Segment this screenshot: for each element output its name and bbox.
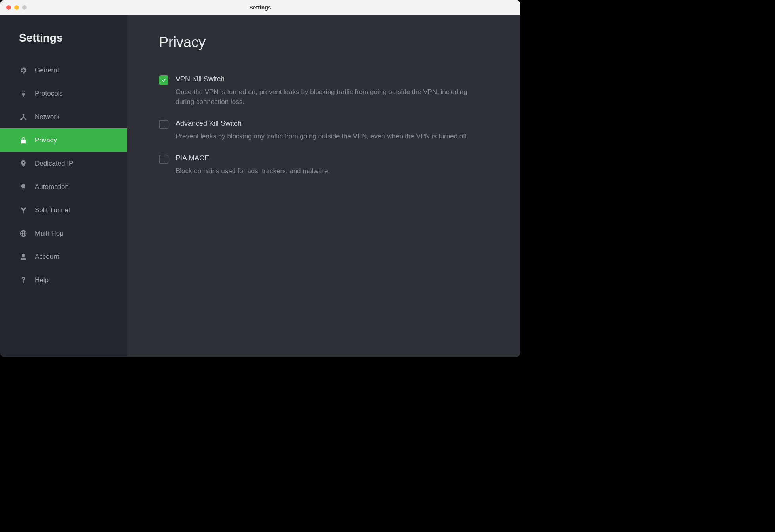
main-content: Privacy VPN Kill Switch Once the VPN is … — [127, 15, 520, 357]
sidebar-item-automation[interactable]: Automation — [0, 175, 127, 198]
plug-icon — [19, 89, 28, 98]
question-icon — [19, 276, 28, 285]
setting-row-pia-mace: PIA MACE Block domains used for ads, tra… — [159, 154, 489, 176]
gear-icon — [19, 66, 28, 75]
svg-point-0 — [23, 113, 25, 115]
sidebar-item-network[interactable]: Network — [0, 105, 127, 128]
sidebar-item-help[interactable]: Help — [0, 268, 127, 292]
sidebar-item-privacy[interactable]: Privacy — [0, 128, 127, 152]
setting-desc: Block domains used for ads, trackers, an… — [176, 166, 484, 176]
setting-label: Advanced Kill Switch — [176, 119, 489, 128]
sidebar-item-label: Protocols — [35, 90, 63, 98]
sidebar: Settings General Protocols Network — [0, 15, 127, 357]
sidebar-item-label: Privacy — [35, 136, 57, 144]
check-icon — [161, 77, 166, 83]
sidebar-item-label: Automation — [35, 183, 69, 191]
pin-icon — [19, 159, 28, 168]
window-close-button[interactable] — [6, 5, 11, 10]
setting-desc: Prevent leaks by blocking any traffic fr… — [176, 132, 484, 141]
settings-window: Settings Settings General Protocols — [0, 0, 520, 357]
globe-icon — [19, 229, 28, 238]
traffic-lights — [0, 5, 27, 10]
sidebar-item-dedicated-ip[interactable]: Dedicated IP — [0, 152, 127, 175]
sidebar-item-multi-hop[interactable]: Multi-Hop — [0, 222, 127, 245]
sidebar-item-label: Help — [35, 276, 49, 284]
network-icon — [19, 113, 28, 121]
sidebar-item-label: Account — [35, 253, 59, 261]
checkbox-advanced-kill-switch[interactable] — [159, 120, 168, 129]
split-icon — [19, 206, 28, 215]
sidebar-item-split-tunnel[interactable]: Split Tunnel — [0, 198, 127, 222]
sidebar-item-label: Dedicated IP — [35, 160, 73, 168]
sidebar-item-label: Multi-Hop — [35, 230, 64, 238]
sidebar-item-label: Network — [35, 113, 59, 121]
titlebar: Settings — [0, 0, 520, 15]
user-icon — [19, 253, 28, 261]
checkbox-vpn-kill-switch[interactable] — [159, 75, 168, 85]
checkbox-pia-mace[interactable] — [159, 155, 168, 164]
sidebar-item-general[interactable]: General — [0, 58, 127, 82]
lock-icon — [19, 136, 28, 145]
sidebar-item-label: General — [35, 66, 59, 74]
setting-desc: Once the VPN is turned on, prevent leaks… — [176, 87, 484, 107]
setting-row-vpn-kill-switch: VPN Kill Switch Once the VPN is turned o… — [159, 75, 489, 107]
window-maximize-button[interactable] — [22, 5, 27, 10]
sidebar-item-account[interactable]: Account — [0, 245, 127, 268]
window-title: Settings — [249, 4, 271, 11]
bulb-icon — [19, 183, 28, 191]
page-title: Privacy — [159, 34, 489, 51]
setting-row-advanced-kill-switch: Advanced Kill Switch Prevent leaks by bl… — [159, 119, 489, 141]
window-minimize-button[interactable] — [14, 5, 19, 10]
sidebar-item-protocols[interactable]: Protocols — [0, 82, 127, 105]
sidebar-title: Settings — [0, 32, 127, 58]
setting-label: VPN Kill Switch — [176, 75, 489, 83]
sidebar-item-label: Split Tunnel — [35, 206, 70, 214]
setting-label: PIA MACE — [176, 154, 489, 162]
